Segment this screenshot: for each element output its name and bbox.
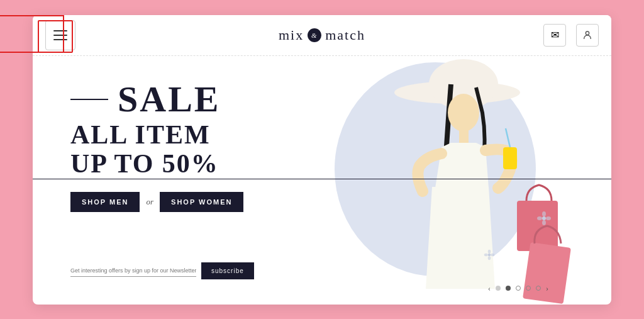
sale-dash bbox=[70, 99, 108, 100]
hero-content: SALE ALL ITEM UP TO 50% SHOP MEN or SHOP… bbox=[70, 81, 243, 212]
svg-point-2 bbox=[586, 31, 589, 35]
carousel-dot-1[interactable] bbox=[496, 286, 501, 291]
svg-point-18 bbox=[546, 216, 551, 220]
outer-wrapper: ✕ mix & match ✉ bbox=[33, 15, 611, 305]
header: mix & match ✉ bbox=[33, 15, 611, 56]
newsletter-input[interactable] bbox=[70, 265, 196, 277]
carousel-dot-4[interactable] bbox=[526, 286, 531, 291]
up-to-label: UP TO 50% bbox=[70, 149, 243, 178]
logo-text-left: mix bbox=[279, 27, 304, 43]
svg-point-22 bbox=[484, 253, 488, 256]
shop-buttons: SHOP MEN or SHOP WOMEN bbox=[70, 192, 243, 212]
svg-point-14 bbox=[542, 216, 546, 220]
main-card: mix & match ✉ bbox=[33, 15, 611, 305]
sale-title: SALE bbox=[118, 81, 221, 118]
menu-line-2 bbox=[53, 35, 67, 36]
menu-button[interactable] bbox=[45, 20, 75, 50]
email-icon-button[interactable]: ✉ bbox=[543, 24, 566, 47]
svg-rect-10 bbox=[503, 147, 517, 169]
svg-point-20 bbox=[488, 249, 491, 253]
sale-line: SALE bbox=[70, 81, 243, 118]
svg-point-23 bbox=[491, 253, 494, 256]
svg-line-11 bbox=[506, 128, 510, 147]
svg-point-17 bbox=[537, 216, 542, 220]
carousel-nav: ‹ › bbox=[488, 284, 548, 293]
header-left bbox=[45, 20, 121, 50]
woman-figure bbox=[335, 56, 574, 305]
menu-line-1 bbox=[53, 30, 67, 31]
shop-or-text: or bbox=[146, 197, 153, 207]
svg-point-19 bbox=[488, 253, 491, 256]
next-arrow[interactable]: › bbox=[546, 284, 548, 293]
carousel-dot-3[interactable] bbox=[516, 286, 521, 291]
user-icon-button[interactable] bbox=[576, 24, 599, 47]
email-icon: ✉ bbox=[551, 29, 559, 41]
svg-point-21 bbox=[488, 256, 491, 260]
svg-point-16 bbox=[542, 220, 546, 225]
hero-section: SALE ALL ITEM UP TO 50% SHOP MEN or SHOP… bbox=[33, 56, 611, 305]
all-item-label: ALL ITEM bbox=[70, 120, 243, 149]
logo-circle: & bbox=[308, 28, 321, 42]
svg-point-8 bbox=[448, 94, 479, 132]
shop-men-button[interactable]: SHOP MEN bbox=[70, 192, 140, 212]
logo: mix & match bbox=[279, 27, 365, 43]
user-icon bbox=[582, 30, 592, 40]
svg-point-15 bbox=[542, 211, 546, 216]
flower-decoration-1 bbox=[536, 211, 552, 229]
prev-arrow[interactable]: ‹ bbox=[488, 284, 491, 293]
svg-rect-13 bbox=[523, 242, 571, 303]
logo-text-right: match bbox=[325, 27, 365, 43]
carousel-dot-5[interactable] bbox=[536, 286, 541, 291]
flower-decoration-2 bbox=[484, 249, 495, 264]
menu-line-3 bbox=[53, 39, 67, 40]
newsletter-section: subscribe bbox=[70, 262, 254, 279]
shop-women-button[interactable]: SHOP WOMEN bbox=[160, 192, 243, 212]
subscribe-button[interactable]: subscribe bbox=[201, 262, 254, 279]
header-right: ✉ bbox=[523, 24, 599, 47]
carousel-dot-2[interactable] bbox=[506, 286, 511, 291]
woman-svg bbox=[335, 56, 574, 305]
